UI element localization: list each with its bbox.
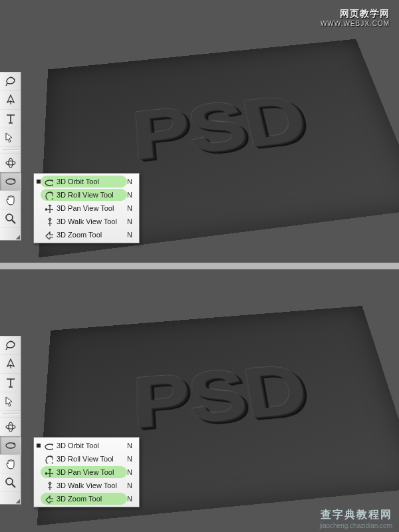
flyout-item-shortcut: N bbox=[127, 217, 132, 225]
orbit-icon bbox=[43, 441, 54, 450]
pan-icon bbox=[43, 467, 54, 477]
watermark-line1: 网页教学网 bbox=[321, 8, 390, 20]
flyout-item-shortcut: N bbox=[127, 191, 132, 199]
3d-orbit-tool[interactable] bbox=[0, 436, 21, 455]
flyout-item-label: 3D Orbit Tool bbox=[57, 442, 119, 450]
3d-text-object: PSD bbox=[130, 81, 314, 176]
flyout-item-shortcut: N bbox=[127, 204, 132, 212]
flyout-item-orbit[interactable]: 3D Orbit ToolN bbox=[34, 439, 139, 452]
flyout-item-walk[interactable]: 3D Walk View ToolN bbox=[34, 479, 139, 492]
flyout-item-shortcut: N bbox=[127, 495, 132, 503]
flyout-item-shortcut: N bbox=[127, 231, 132, 239]
screenshot-top: PSD 网页教学网 WWW.WEBJX.COM 3D Orbit ToolN3D… bbox=[0, 0, 399, 263]
3d-orbit-tool[interactable] bbox=[0, 172, 21, 191]
watermark-line2: jiaocheng.chazidian.com bbox=[319, 522, 392, 529]
3d-rotate-tool[interactable] bbox=[0, 418, 21, 436]
watermark-webjx: 网页教学网 WWW.WEBJX.COM bbox=[321, 8, 390, 27]
flyout-item-orbit[interactable]: 3D Orbit ToolN bbox=[34, 175, 139, 188]
walk-icon bbox=[43, 481, 54, 490]
pan-icon bbox=[43, 203, 54, 213]
pen-tool[interactable] bbox=[0, 355, 21, 374]
path-select-tool[interactable] bbox=[0, 392, 21, 411]
zoom-tool[interactable] bbox=[0, 473, 21, 492]
flyout-item-label: 3D Roll View Tool bbox=[57, 455, 119, 463]
3d-camera-tool-flyout: 3D Orbit ToolN3D Roll View ToolN3D Pan V… bbox=[33, 437, 140, 507]
3d-camera-tool-flyout: 3D Orbit ToolN3D Roll View ToolN3D Pan V… bbox=[33, 173, 140, 243]
screenshot-bottom: PSD 3D Orbit ToolN3D Roll View ToolN3D P… bbox=[0, 269, 399, 532]
flyout-item-label: 3D Pan View Tool bbox=[57, 204, 119, 212]
flyout-item-label: 3D Pan View Tool bbox=[57, 468, 119, 476]
flyout-item-zoom3d[interactable]: 3D Zoom ToolN bbox=[34, 492, 139, 505]
flyout-item-label: 3D Walk View Tool bbox=[57, 217, 119, 225]
flyout-item-label: 3D Zoom Tool bbox=[57, 495, 119, 503]
flyout-item-label: 3D Roll View Tool bbox=[57, 191, 119, 199]
3d-rotate-tool[interactable] bbox=[0, 154, 21, 172]
flyout-item-label: 3D Walk View Tool bbox=[57, 481, 119, 489]
lasso-tool[interactable] bbox=[0, 72, 21, 91]
tool-palette bbox=[0, 336, 21, 505]
lasso-tool[interactable] bbox=[0, 336, 21, 355]
tool-divider bbox=[0, 147, 21, 154]
flyout-item-shortcut: N bbox=[127, 481, 132, 489]
current-tool-marker bbox=[37, 444, 41, 448]
type-tool[interactable] bbox=[0, 374, 21, 392]
flyout-item-pan[interactable]: 3D Pan View ToolN bbox=[34, 201, 139, 215]
roll-icon bbox=[43, 454, 54, 464]
flyout-item-label: 3D Orbit Tool bbox=[57, 178, 119, 186]
hand-tool[interactable] bbox=[0, 191, 21, 209]
walk-icon bbox=[43, 217, 54, 226]
hand-tool[interactable] bbox=[0, 455, 21, 473]
pen-tool[interactable] bbox=[0, 91, 21, 110]
flyout-item-roll[interactable]: 3D Roll View ToolN bbox=[34, 188, 139, 201]
watermark-chazidian: 查字典教程网 jiaocheng.chazidian.com bbox=[319, 508, 392, 529]
zoom-tool[interactable] bbox=[0, 209, 21, 228]
tool-divider bbox=[0, 411, 21, 418]
current-tool-marker bbox=[37, 180, 41, 184]
flyout-item-shortcut: N bbox=[127, 455, 132, 463]
flyout-item-pan[interactable]: 3D Pan View ToolN bbox=[34, 466, 139, 479]
zoom3d-icon bbox=[43, 230, 54, 239]
watermark-line1: 查字典教程网 bbox=[319, 508, 392, 522]
flyout-item-shortcut: N bbox=[127, 468, 132, 476]
tool-palette bbox=[0, 72, 21, 241]
path-select-tool[interactable] bbox=[0, 128, 21, 147]
roll-icon bbox=[43, 190, 54, 200]
flyout-item-roll[interactable]: 3D Roll View ToolN bbox=[34, 452, 139, 466]
flyout-item-shortcut: N bbox=[127, 442, 132, 450]
watermark-line2: WWW.WEBJX.COM bbox=[321, 20, 390, 27]
flyout-item-shortcut: N bbox=[127, 178, 132, 186]
orbit-icon bbox=[43, 177, 54, 186]
zoom3d-icon bbox=[43, 494, 54, 503]
flyout-item-zoom3d[interactable]: 3D Zoom ToolN bbox=[34, 228, 139, 241]
type-tool[interactable] bbox=[0, 110, 21, 128]
3d-text-object: PSD bbox=[131, 349, 313, 445]
flyout-item-label: 3D Zoom Tool bbox=[57, 231, 119, 239]
flyout-item-walk[interactable]: 3D Walk View ToolN bbox=[34, 215, 139, 228]
